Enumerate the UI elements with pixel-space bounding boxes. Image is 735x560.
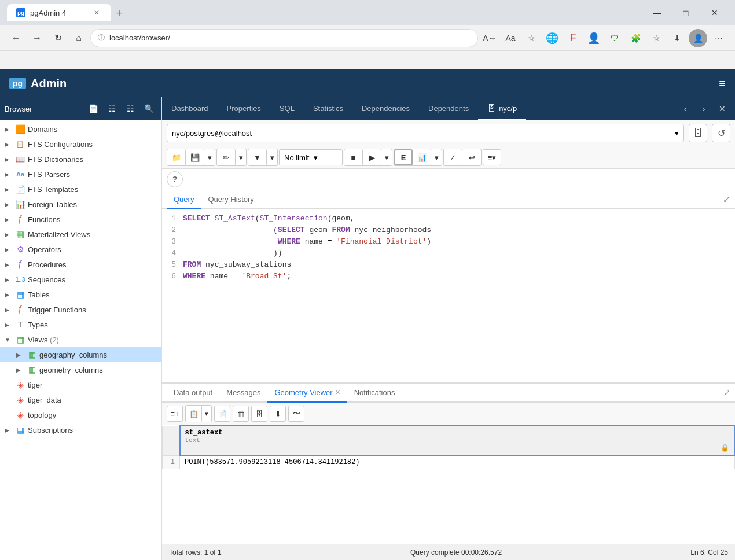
results-expand-button[interactable]: ⤢ — [724, 388, 730, 397]
sidebar-item-trigger-functions[interactable]: ▶ ƒ Trigger Functions — [0, 302, 161, 317]
sidebar-tool-btn-2[interactable]: ☷ — [104, 101, 120, 117]
commit-button[interactable]: ✓ — [444, 149, 462, 165]
tab-geometry-viewer[interactable]: Geometry Viewer ✕ — [267, 384, 347, 403]
copy-button[interactable]: 📋 — [186, 406, 202, 422]
copy-dropdown-button[interactable]: ▾ — [202, 406, 211, 422]
tab-properties[interactable]: Properties — [218, 97, 270, 120]
reload-button[interactable]: ↻ — [49, 29, 67, 47]
save-button[interactable]: 💾 — [186, 149, 204, 165]
tab-data-output[interactable]: Data output — [167, 384, 219, 403]
rollback-button[interactable]: ↩ — [462, 149, 481, 165]
db-icon-button[interactable]: 🗄 — [689, 124, 707, 142]
download-icon[interactable]: ⬇ — [668, 29, 686, 47]
tab-dashboard[interactable]: Dashboard — [162, 97, 218, 120]
run-button[interactable]: ▶ — [363, 149, 381, 165]
sidebar-item-materialized-views[interactable]: ▶ ▦ Materialized Views — [0, 227, 161, 242]
expand-arrow-fts-dicts: ▶ — [5, 156, 13, 163]
sidebar-item-views[interactable]: ▼ ▦ Views (2) — [0, 332, 161, 347]
profile-button[interactable]: 👤 — [689, 29, 707, 47]
tab-close-button[interactable]: ✕ — [91, 8, 102, 18]
back-button[interactable]: ← — [7, 29, 25, 47]
edit-button[interactable]: ✏ — [217, 149, 236, 165]
home-button[interactable]: ⌂ — [69, 29, 88, 47]
geometry-viewer-close-icon[interactable]: ✕ — [335, 389, 340, 396]
tab-close-btn[interactable]: ✕ — [714, 101, 730, 117]
explain-dropdown-button[interactable]: ▾ — [431, 149, 442, 165]
translate-button[interactable]: A↔ — [480, 29, 499, 47]
sidebar-item-fts-parsers[interactable]: ▶ Aa FTS Parsers — [0, 167, 161, 182]
download-button[interactable]: ⬇ — [270, 406, 286, 422]
tab-query[interactable]: 🗄 nyc/p — [478, 97, 526, 120]
tab-dependencies[interactable]: Dependencies — [352, 97, 419, 120]
connection-selector[interactable]: nyc/postgres@localhost ▾ — [167, 124, 684, 142]
sidebar-item-types[interactable]: ▶ T Types — [0, 317, 161, 332]
sidebar-item-subscriptions[interactable]: ▶ ▦ Subscriptions — [0, 422, 161, 437]
sidebar-item-tiger-data[interactable]: ▶ ◈ tiger_data — [0, 392, 161, 407]
paste-button[interactable]: 📄 — [214, 406, 230, 422]
sidebar-tool-btn-1[interactable]: 📄 — [85, 101, 101, 117]
new-tab-button[interactable]: + — [111, 5, 127, 21]
sidebar-item-procedures[interactable]: ▶ ƒ Procedures — [0, 257, 161, 272]
sidebar-item-functions[interactable]: ▶ ƒ Functions — [0, 212, 161, 227]
tab-messages[interactable]: Messages — [219, 384, 267, 403]
sidebar-item-foreign-tables[interactable]: ▶ 📊 Foreign Tables — [0, 197, 161, 212]
tab-nav-prev[interactable]: ‹ — [677, 101, 693, 117]
edit-dropdown-button[interactable]: ▾ — [236, 149, 246, 165]
sidebar-item-operators[interactable]: ▶ ⚙ Operators — [0, 242, 161, 257]
query-tab[interactable]: Query — [167, 190, 201, 209]
sidebar-item-geography-columns[interactable]: ▶ ▦ geography_columns — [0, 347, 161, 362]
forward-button[interactable]: → — [28, 29, 46, 47]
save-dropdown-button[interactable]: ▾ — [204, 149, 215, 165]
sidebar-item-topology[interactable]: ▶ ◈ topology — [0, 407, 161, 422]
tab-nav-next[interactable]: › — [696, 101, 712, 117]
tab-notifications[interactable]: Notifications — [347, 384, 402, 403]
tab-sql[interactable]: SQL — [270, 97, 304, 120]
save-data-button[interactable]: 🗄 — [251, 406, 267, 422]
tab-dependents[interactable]: Dependents — [419, 97, 478, 120]
filter-dropdown-button[interactable]: ▾ — [267, 149, 277, 165]
stop-button[interactable]: ■ — [344, 149, 363, 165]
close-button[interactable]: ✕ — [701, 3, 728, 22]
sidebar-item-tables[interactable]: ▶ ▦ Tables — [0, 287, 161, 302]
sidebar-item-sequences[interactable]: ▶ 1..3 Sequences — [0, 272, 161, 287]
tiger-data-label: tiger_data — [28, 396, 61, 404]
browser-icon-2[interactable]: F — [564, 29, 582, 47]
limit-selector[interactable]: No limit ▾ — [279, 149, 343, 165]
browser-icon-1[interactable]: 🌐 — [543, 29, 561, 47]
add-row-button[interactable]: ≡+ — [167, 406, 183, 422]
macros-button[interactable]: ≡▾ — [483, 149, 501, 165]
refresh-connection-button[interactable]: ↺ — [712, 124, 730, 142]
help-button[interactable]: ? — [167, 171, 183, 187]
delete-button[interactable]: 🗑 — [233, 406, 249, 422]
favorites-icon[interactable]: ☆ — [647, 29, 666, 47]
sidebar-item-fts-configs[interactable]: ▶ 📋 FTS Configurations — [0, 137, 161, 152]
sidebar-item-tiger[interactable]: ▶ ◈ tiger — [0, 377, 161, 392]
sidebar-item-geometry-columns[interactable]: ▶ ▦ geometry_columns — [0, 362, 161, 377]
shield-icon[interactable]: 🛡 — [605, 29, 624, 47]
sidebar-item-fts-dicts[interactable]: ▶ 📖 FTS Dictionaries — [0, 152, 161, 167]
tab-statistics[interactable]: Statistics — [304, 97, 352, 120]
menu-hamburger-button[interactable]: ≡ — [719, 77, 726, 90]
filter-button[interactable]: ▼ — [248, 149, 267, 165]
query-history-tab[interactable]: Query History — [201, 190, 260, 209]
favorites-add-button[interactable]: ☆ — [522, 29, 541, 47]
sidebar-tool-btn-3[interactable]: ☷ — [122, 101, 138, 117]
browser-tab[interactable]: pg pgAdmin 4 ✕ — [7, 4, 111, 21]
explain-button[interactable]: E — [394, 149, 413, 165]
graph-button[interactable]: 〜 — [288, 406, 304, 422]
minimize-button[interactable]: — — [644, 3, 670, 22]
extensions-icon[interactable]: 🧩 — [626, 29, 645, 47]
sql-editor[interactable]: 1 SELECT ST_AsText(ST_Intersection(geom,… — [162, 209, 735, 382]
query-expand-button[interactable]: ⤢ — [723, 194, 730, 205]
run-dropdown-button[interactable]: ▾ — [381, 149, 392, 165]
sidebar-item-domains[interactable]: ▶ 🟧 Domains — [0, 121, 161, 137]
sidebar-item-fts-templates[interactable]: ▶ 📄 FTS Templates — [0, 182, 161, 197]
sidebar-search-button[interactable]: 🔍 — [141, 101, 157, 117]
reading-mode-button[interactable]: Aa — [501, 29, 520, 47]
open-file-button[interactable]: 📁 — [167, 149, 186, 165]
menu-button[interactable]: ⋯ — [710, 29, 728, 47]
explain-analyze-button[interactable]: 📊 — [413, 149, 431, 165]
browser-icon-3[interactable]: 👤 — [585, 29, 603, 47]
address-bar[interactable]: ⓘ localhost/browser/ — [90, 29, 478, 47]
maximize-button[interactable]: ◻ — [672, 3, 699, 22]
